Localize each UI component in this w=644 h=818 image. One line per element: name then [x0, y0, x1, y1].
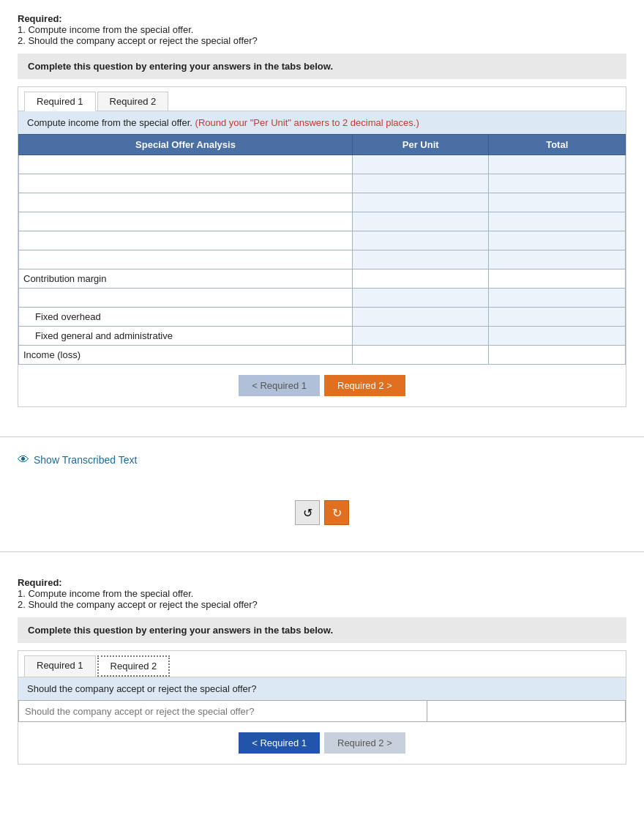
tab-required2-2[interactable]: Required 2 — [97, 655, 171, 677]
table-row — [19, 193, 626, 212]
row4-label-cell[interactable] — [19, 212, 353, 231]
row5-perunit-cell[interactable] — [352, 231, 489, 250]
row4-perunit-cell[interactable] — [352, 212, 489, 231]
row3-label-input[interactable] — [23, 197, 348, 209]
instruction-box-2: Complete this question by entering your … — [18, 617, 626, 643]
fixed-overhead-total[interactable] — [489, 308, 626, 327]
row8-label-input[interactable] — [23, 292, 348, 304]
row2-label-input[interactable] — [23, 178, 348, 190]
transcribed-text-link[interactable]: 👁 Show Transcribed Text — [0, 449, 644, 471]
row5-perunit-input[interactable] — [357, 235, 484, 247]
col-header-total: Total — [489, 135, 626, 155]
income-loss-total[interactable] — [489, 346, 626, 365]
tabs-2: Required 1 Required 2 — [18, 651, 626, 677]
point1-2: 1. Compute income from the special offer… — [18, 588, 626, 599]
row3-perunit-input[interactable] — [357, 197, 484, 209]
contribution-margin-perunit[interactable] — [352, 269, 489, 289]
income-loss-perunit-input[interactable] — [357, 349, 484, 361]
tab-header-info-2: Should the company accept or reject the … — [18, 677, 626, 700]
fixed-general-perunit[interactable] — [352, 327, 489, 346]
row1-label-cell[interactable] — [19, 155, 353, 174]
row1-total-input[interactable] — [493, 159, 621, 171]
prev-button-1[interactable]: < Required 1 — [239, 375, 320, 396]
income-loss-perunit[interactable] — [352, 346, 489, 365]
row8-label-cell[interactable] — [19, 289, 353, 308]
row3-perunit-cell[interactable] — [352, 193, 489, 212]
fixed-general-total-input[interactable] — [493, 330, 621, 342]
nav-buttons-1: < Required 1 Required 2 > — [18, 365, 626, 406]
fixed-overhead-perunit[interactable] — [352, 308, 489, 327]
question-input-row — [18, 700, 626, 722]
analysis-table: Special Offer Analysis Per Unit Total — [18, 134, 626, 365]
row1-label-input[interactable] — [23, 159, 348, 171]
required-header-1: Required: 1. Compute income from the spe… — [18, 13, 626, 46]
divider-2 — [0, 551, 644, 552]
row5-total-cell[interactable] — [489, 231, 626, 250]
row8-perunit-input[interactable] — [357, 292, 484, 304]
redo-button[interactable]: ↻ — [324, 500, 349, 525]
col-header-analysis: Special Offer Analysis — [19, 135, 353, 155]
tab-required2-1[interactable]: Required 2 — [97, 92, 169, 111]
fixed-general-row: Fixed general and administrative — [19, 327, 626, 346]
row2-total-cell[interactable] — [489, 174, 626, 193]
row1-total-cell[interactable] — [489, 155, 626, 174]
row6-total-input[interactable] — [493, 254, 621, 266]
row4-perunit-input[interactable] — [357, 216, 484, 228]
row6-label-input[interactable] — [23, 254, 348, 266]
row8-total-cell[interactable] — [489, 289, 626, 308]
income-loss-total-input[interactable] — [493, 349, 621, 361]
tab-required1-1[interactable]: Required 1 — [24, 92, 96, 111]
required-label-2: Required: — [18, 577, 626, 588]
fixed-general-perunit-input[interactable] — [357, 330, 484, 342]
row2-perunit-input[interactable] — [357, 178, 484, 190]
instruction-box-1: Complete this question by entering your … — [18, 53, 626, 79]
row2-total-input[interactable] — [493, 178, 621, 190]
answer-box — [427, 701, 625, 721]
next-button-1[interactable]: Required 2 > — [324, 375, 405, 396]
undo-button[interactable]: ↺ — [295, 500, 320, 525]
fixed-general-total[interactable] — [489, 327, 626, 346]
row3-total-cell[interactable] — [489, 193, 626, 212]
row4-total-input[interactable] — [493, 216, 621, 228]
row1-perunit-cell[interactable] — [352, 155, 489, 174]
point1-1: 1. Compute income from the special offer… — [18, 24, 626, 35]
row4-label-input[interactable] — [23, 216, 348, 228]
row5-label-cell[interactable] — [19, 231, 353, 250]
row8-total-input[interactable] — [493, 292, 621, 304]
divider-1 — [0, 436, 644, 437]
tab-content-2: Should the company accept or reject the … — [18, 677, 626, 764]
fixed-overhead-total-input[interactable] — [493, 311, 621, 323]
prev-button-2[interactable]: < Required 1 — [239, 732, 320, 754]
row6-perunit-cell[interactable] — [352, 250, 489, 269]
tab-required1-2[interactable]: Required 1 — [24, 655, 96, 677]
row5-total-input[interactable] — [493, 235, 621, 247]
redo-icon: ↻ — [332, 506, 342, 520]
question-answer-input[interactable] — [19, 701, 427, 721]
contribution-margin-total[interactable] — [489, 269, 626, 289]
transcribed-text-label: Show Transcribed Text — [34, 454, 137, 466]
fixed-overhead-perunit-input[interactable] — [357, 311, 484, 323]
required-label-1: Required: — [18, 13, 626, 24]
tab-content-1: Compute income from the special offer. (… — [18, 111, 626, 406]
row8-perunit-cell[interactable] — [352, 289, 489, 308]
row6-label-cell[interactable] — [19, 250, 353, 269]
required-header-2: Required: 1. Compute income from the spe… — [18, 577, 626, 610]
row6-perunit-input[interactable] — [357, 254, 484, 266]
row4-total-cell[interactable] — [489, 212, 626, 231]
next-button-2[interactable]: Required 2 > — [324, 732, 405, 754]
tabs-1: Required 1 Required 2 — [18, 87, 626, 111]
row5-label-input[interactable] — [23, 235, 348, 247]
row2-label-cell[interactable] — [19, 174, 353, 193]
table-row — [19, 231, 626, 250]
row3-label-cell[interactable] — [19, 193, 353, 212]
row6-total-cell[interactable] — [489, 250, 626, 269]
col-header-perunit: Per Unit — [352, 135, 489, 155]
row3-total-input[interactable] — [493, 197, 621, 209]
table-row — [19, 174, 626, 193]
contribution-margin-total-input[interactable] — [493, 273, 621, 285]
income-loss-row: Income (loss) — [19, 346, 626, 365]
row2-perunit-cell[interactable] — [352, 174, 489, 193]
row1-perunit-input[interactable] — [357, 159, 484, 171]
point2-1: 2. Should the company accept or reject t… — [18, 35, 626, 46]
contribution-margin-perunit-input[interactable] — [357, 273, 484, 285]
